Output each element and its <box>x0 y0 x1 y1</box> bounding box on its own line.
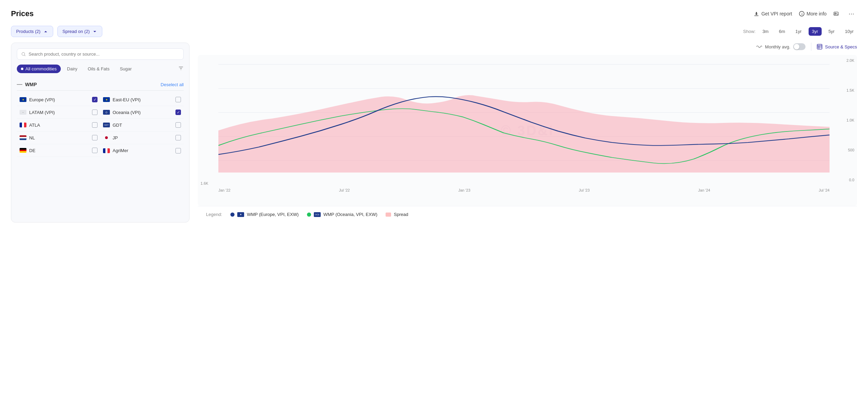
legend-label: Legend: <box>206 212 222 217</box>
flag-oceania: O <box>103 110 110 115</box>
spread-dropdown[interactable]: Spread on (2) <box>57 26 103 37</box>
legend-text-oceania: WMP (Oceania, VPI, EXW) <box>323 212 377 217</box>
bottom-value: 1.6K <box>201 181 208 185</box>
table-icon <box>817 44 822 49</box>
chevron-up-icon <box>43 29 48 34</box>
svg-rect-6 <box>817 44 822 49</box>
list-item: DE <box>17 144 100 157</box>
chart-wrapper: © 3D&I <box>198 55 857 206</box>
time-btn-10yr[interactable]: 10yr <box>842 27 857 36</box>
more-options-button[interactable]: ··· <box>846 8 857 19</box>
x-label-jul24: Jul '24 <box>819 188 829 192</box>
show-label: Show: <box>743 29 755 34</box>
legend-dot-europe <box>230 213 235 217</box>
y-label-1k: 1.0K <box>846 118 854 122</box>
search-input[interactable] <box>28 52 179 57</box>
flag-eu: ★ <box>20 97 26 102</box>
svg-text:i: i <box>801 12 802 16</box>
list-item: NL <box>17 131 100 144</box>
download-icon <box>754 11 759 16</box>
filter-tabs: All commodities Dairy Oils & Fats Sugar <box>17 65 184 73</box>
get-vpi-report-button[interactable]: Get VPI report <box>754 11 792 16</box>
time-btn-1yr[interactable]: 1yr <box>792 27 805 36</box>
filter-tab-oils[interactable]: Oils & Fats <box>83 65 114 73</box>
chart-area: Monthly avg. Source & Specs © 3D&I <box>190 43 857 222</box>
legend-spread-box <box>386 213 391 217</box>
checkbox-jp[interactable] <box>175 135 181 140</box>
list-item: JP <box>100 131 184 144</box>
vertical-divider <box>811 43 811 51</box>
x-label-jan24: Jan '24 <box>698 188 710 192</box>
legend-text-spread: Spread <box>394 212 408 217</box>
flag-fr <box>20 123 26 127</box>
list-item: ATLA <box>17 119 100 131</box>
header: Prices Get VPI report i More info ··· <box>11 8 857 19</box>
wmp-header: — WMP Deselect all <box>17 79 184 91</box>
image-icon <box>833 11 839 16</box>
products-dropdown[interactable]: Products (2) <box>11 26 53 37</box>
legend-bar: Legend: ★ WMP (Europe, VPI, EXW) OCE WMP… <box>198 206 857 222</box>
flag-latam: ~ <box>20 110 26 115</box>
legend-item-spread: Spread <box>386 212 408 217</box>
x-axis: Jan '22 Jul '22 Jan '23 Jul '23 Jan '24 … <box>218 188 830 192</box>
legend-text-europe: WMP (Europe, VPI, EXW) <box>247 212 299 217</box>
wmp-title: — WMP <box>17 81 37 88</box>
checkbox-oceania-vpi[interactable] <box>175 110 181 115</box>
time-btn-6m[interactable]: 6m <box>775 27 788 36</box>
checkbox-de[interactable] <box>92 148 98 153</box>
time-btn-3yr[interactable]: 3yr <box>809 27 822 36</box>
list-item: ★ Europe (VPI) <box>17 93 100 106</box>
list-item: ★ East-EU (VPI) <box>100 93 184 106</box>
time-btn-5yr[interactable]: 5yr <box>825 27 838 36</box>
filter-tab-dairy[interactable]: Dairy <box>63 65 81 73</box>
checkbox-atla[interactable] <box>92 122 98 128</box>
deselect-all-button[interactable]: Deselect all <box>161 82 184 87</box>
wave-icon <box>756 44 762 49</box>
x-label-jul23: Jul '23 <box>579 188 590 192</box>
flag-de <box>20 148 26 153</box>
image-button[interactable] <box>833 11 839 16</box>
legend-dot-oceania <box>307 213 311 217</box>
y-axis-right: 2.0K 1.5K 1.0K 500 0.0 <box>836 55 857 185</box>
filter-tab-all[interactable]: All commodities <box>17 65 61 73</box>
y-label-2k: 2.0K <box>846 58 854 62</box>
checkbox-gdt[interactable] <box>175 122 181 128</box>
filter-icon[interactable] <box>178 66 184 72</box>
chevron-down-icon <box>92 29 97 34</box>
flag-jp <box>103 135 110 140</box>
page-title: Prices <box>11 9 34 18</box>
filter-tab-sugar[interactable]: Sugar <box>116 65 136 73</box>
time-btn-3m[interactable]: 3m <box>759 27 772 36</box>
svg-rect-0 <box>754 15 758 16</box>
checkbox-agrimer[interactable] <box>175 148 181 153</box>
header-right: Get VPI report i More info ··· <box>754 8 857 19</box>
show-controls: Show: 3m 6m 1yr 3yr 5yr 10yr <box>743 27 857 36</box>
y-label-0: 0.0 <box>849 178 854 182</box>
main-layout: All commodities Dairy Oils & Fats Sugar … <box>11 43 857 222</box>
svg-rect-3 <box>834 12 838 15</box>
monthly-avg-label: Monthly avg. <box>765 44 790 49</box>
wmp-section: — WMP Deselect all ★ Europe (VPI) ★ <box>17 79 184 157</box>
list-item: AgriMer <box>100 144 184 157</box>
flag-nl <box>20 135 26 140</box>
search-icon <box>21 52 26 57</box>
monthly-avg-toggle[interactable] <box>793 43 806 50</box>
dropdown-panel: All commodities Dairy Oils & Fats Sugar … <box>11 43 190 222</box>
checkbox-nl[interactable] <box>92 135 98 140</box>
list-item: O Oceania (VPI) <box>100 106 184 119</box>
legend-item-oceania: OCE WMP (Oceania, VPI, EXW) <box>307 212 377 217</box>
checkbox-europe-vpi[interactable] <box>92 97 98 102</box>
checkbox-latam-vpi[interactable] <box>92 110 98 115</box>
y-label-500: 500 <box>848 148 854 152</box>
product-grid: ★ Europe (VPI) ★ East-EU (VPI) ~ LATAM (… <box>17 93 184 157</box>
controls-row: Products (2) Spread on (2) Show: 3m 6m 1… <box>11 26 857 37</box>
flag-fr-agrimer <box>103 148 110 153</box>
toggle-knob <box>794 44 799 49</box>
more-info-button[interactable]: i More info <box>799 11 826 16</box>
source-specs-button[interactable]: Source & Specs <box>817 44 857 49</box>
chart-top-controls: Monthly avg. Source & Specs <box>198 43 857 51</box>
checkbox-east-eu-vpi[interactable] <box>175 97 181 102</box>
x-label-jul22: Jul '22 <box>339 188 350 192</box>
chart-svg <box>218 58 830 179</box>
search-box <box>17 48 184 60</box>
